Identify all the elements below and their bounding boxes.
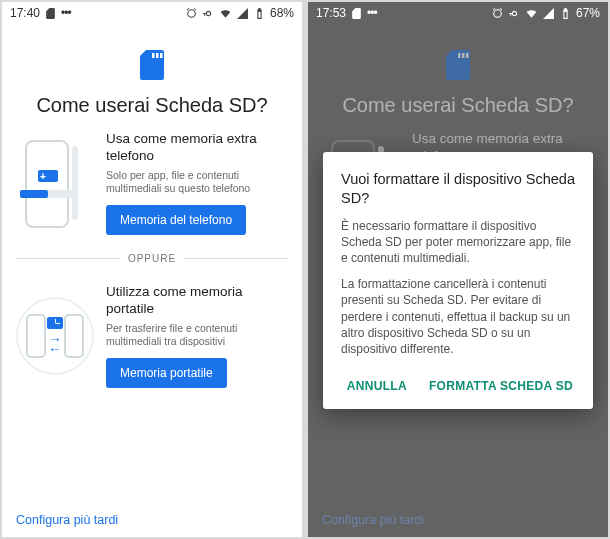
phone-right: 17:53 ••• 67% Come userai Scheda SD? (308, 2, 608, 537)
dialog-text-1: È necessario formattare il dispositivo S… (341, 218, 575, 267)
format-confirm-button[interactable]: FORMATTA SCHEDA SD (427, 371, 575, 401)
vpn-key-icon (202, 7, 215, 20)
option2-title: Utilizza come memoria portatile (106, 284, 284, 318)
dialog-scrim: Vuoi formattare il dispositivo Scheda SD… (308, 24, 608, 537)
svg-rect-1 (156, 53, 159, 58)
status-bar: 17:53 ••• 67% (308, 2, 608, 24)
battery-icon (253, 7, 266, 20)
alarm-icon (185, 7, 198, 20)
phone-left: 17:40 ••• 68% Come userai Scheda SD? (2, 2, 302, 537)
more-icon: ••• (367, 6, 377, 20)
signal-icon (542, 7, 555, 20)
option2-desc: Per trasferire file e contenuti multimed… (106, 322, 284, 348)
configure-later-link[interactable]: Configura più tardi (16, 513, 118, 527)
illustration-phone-storage: + (16, 131, 94, 235)
format-dialog: Vuoi formattare il dispositivo Scheda SD… (323, 152, 593, 409)
phone-storage-button[interactable]: Memoria del telefono (106, 205, 246, 235)
alarm-icon (491, 7, 504, 20)
cancel-button[interactable]: ANNULLA (345, 371, 409, 401)
divider-label: OPPURE (128, 253, 176, 264)
page-body: Come userai Scheda SD? + Usa come memori… (308, 24, 608, 537)
svg-rect-2 (160, 53, 163, 58)
svg-rect-0 (152, 53, 155, 58)
sd-card-hero-icon (140, 50, 164, 80)
option1-desc: Solo per app, file e contenuti multimedi… (106, 169, 284, 195)
option-phone-storage: + Usa come memoria extra telefono Solo p… (2, 117, 302, 241)
divider: OPPURE (2, 253, 302, 264)
more-icon: ••• (61, 6, 71, 20)
wifi-icon (219, 7, 232, 20)
sd-card-icon (44, 7, 57, 20)
vpn-key-icon (508, 7, 521, 20)
dialog-text-2: La formattazione cancellerà i contenuti … (341, 276, 575, 357)
option1-title: Usa come memoria extra telefono (106, 131, 284, 165)
dialog-title: Vuoi formattare il dispositivo Scheda SD… (341, 170, 575, 208)
option-portable-storage: →← Utilizza come memoria portatile Per t… (2, 270, 302, 394)
sd-card-icon (350, 7, 363, 20)
status-time: 17:40 (10, 6, 40, 20)
status-bar: 17:40 ••• 68% (2, 2, 302, 24)
page-title: Come userai Scheda SD? (2, 94, 302, 117)
illustration-portable-storage: →← (16, 284, 94, 388)
status-battery: 67% (576, 6, 600, 20)
status-battery: 68% (270, 6, 294, 20)
page-body: Come userai Scheda SD? + Usa come memori… (2, 24, 302, 537)
signal-icon (236, 7, 249, 20)
battery-icon (559, 7, 572, 20)
portable-storage-button[interactable]: Memoria portatile (106, 358, 227, 388)
wifi-icon (525, 7, 538, 20)
status-time: 17:53 (316, 6, 346, 20)
